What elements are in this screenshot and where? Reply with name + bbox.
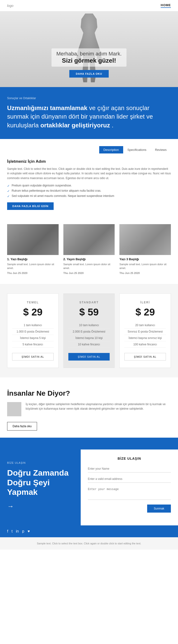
blog-image-1 [7, 224, 58, 255]
description-title: İşletmeniz İçin Adım [7, 159, 171, 164]
plan-button-standart[interactable]: ŞİMDİ SATIN AL [68, 353, 110, 360]
plan-price-ileri: $ 29 [124, 306, 166, 318]
check-icon-1: ✓ [7, 184, 10, 188]
plan-price-standart: $ 59 [68, 306, 110, 318]
testimonial-body: İş koçları, diğer işletme sahiplerinin h… [7, 402, 171, 416]
description-section: İşletmeniz İçin Adım Sample text. Click … [0, 159, 178, 224]
social-twitter-icon[interactable]: t [12, 529, 12, 534]
hero-tagline: Sizi görmek güzel! [56, 57, 122, 64]
testimonial-avatar [7, 402, 21, 416]
social-pinterest-icon[interactable]: p [22, 529, 24, 534]
navbar: logo HOME [0, 0, 178, 11]
social-dribbble-icon[interactable]: ♥ [28, 529, 30, 534]
plan-button-temel[interactable]: ŞİMDİ SATIN AL [12, 353, 54, 360]
plan-features-temel: 1 tam kullanıcı 1.000 E-posta Önizlemesi… [12, 322, 54, 348]
contact-name-input[interactable] [88, 465, 171, 472]
check-icon-2: ✓ [7, 189, 10, 193]
pricing-card-ileri: İLERİ $ 29 20 tam kullanıcı Sınırsız E-p… [120, 294, 171, 368]
plan-name-ileri: İLERİ [124, 301, 166, 304]
blog-title-2: 2. Yayın Başlığı [63, 257, 115, 261]
blue-partners-section: Sonuçlar ve Ortaklıklar Uzmanlığımızı ta… [0, 87, 178, 139]
pricing-section: TEMEL $ 29 1 tam kullanıcı 1.000 E-posta… [0, 284, 178, 378]
learn-more-button[interactable]: DAHA FAZLA BİLGİ EDİN [7, 202, 54, 210]
check-item-1: ✓ Pretium quam vulputate dignissim suspe… [7, 184, 171, 188]
plan-price-temel: $ 29 [12, 306, 54, 318]
blue-section-label: Sonuçlar ve Ortaklıklar [7, 96, 171, 100]
testimonial-section: İnsanlar Ne Diyor? İş koçları, diğer işl… [0, 378, 178, 438]
blog-image-3 [120, 224, 171, 255]
check-item-2: ✓ Rutrum tellus pellentesque eu tincidun… [7, 189, 171, 193]
blog-title-3: Yazı 3 Başlığı [120, 257, 171, 261]
contact-message-input[interactable] [88, 486, 171, 500]
blog-snippet-2: Sample small text. Lorem ipsum dolor sit… [63, 262, 115, 270]
nav-home-link[interactable]: HOME [161, 3, 171, 8]
tabs-bar: Description Specifications Reviews [7, 146, 171, 154]
social-instagram-icon[interactable]: in [16, 529, 19, 534]
hero-cta-button[interactable]: DAHA FAZLA OKU [69, 70, 109, 78]
contact-label: BİZE ULAŞIN [7, 461, 74, 464]
blog-snippet-1: Sample small text. Lorem ipsum dolor sit… [7, 262, 58, 270]
read-more-button[interactable]: Daha fazla oku [7, 422, 37, 430]
pricing-card-standart: STANDART $ 59 10 tam kullanıcı 2.000 E-p… [63, 294, 115, 368]
blog-date-3: Thu Jun 25 2020 [120, 272, 171, 274]
social-footer: f t in p ♥ [0, 526, 178, 537]
contact-section: BİZE ULAŞIN Doğru Zamanda Doğru Şeyi Yap… [0, 438, 178, 526]
blog-image-2 [63, 224, 115, 255]
pricing-grid: TEMEL $ 29 1 tam kullanıcı 1.000 E-posta… [7, 294, 171, 368]
blog-snippet-3: Sample small text. Lorem ipsum dolor sit… [120, 262, 171, 270]
contact-form-title: BİZE ULAŞIN [88, 456, 171, 460]
contact-title: Doğru Zamanda Doğru Şeyi Yapmak [7, 468, 74, 497]
check-list: ✓ Pretium quam vulputate dignissim suspe… [7, 184, 171, 198]
plan-features-ileri: 20 tam kullanıcı Sınırsız E-posta Önizle… [124, 322, 166, 348]
logo: logo [7, 4, 13, 8]
contact-left: BİZE ULAŞIN Doğru Zamanda Doğru Şeyi Yap… [0, 450, 81, 526]
contact-email-input[interactable] [88, 475, 171, 483]
check-item-3: ✓ Sed vulputate mi sit amet mauris commo… [7, 194, 171, 198]
hero-text-block: Merhaba, benim adım Mark. Sizi görmek gü… [52, 48, 126, 67]
tab-reviews[interactable]: Reviews [151, 146, 171, 154]
arrow-icon: → [7, 503, 74, 510]
check-icon-3: ✓ [7, 194, 10, 198]
testimonial-title: İnsanlar Ne Diyor? [7, 389, 171, 397]
blog-date-2: Thu Jun 25 2020 [63, 272, 115, 274]
blog-card-1: 1. Yazı Başlığı Sample small text. Lorem… [7, 224, 58, 274]
hero-section: Merhaba, benim adım Mark. Sizi görmek gü… [0, 11, 178, 87]
submit-button[interactable]: Sunmak [147, 504, 171, 512]
blog-title-1: 1. Yazı Başlığı [7, 257, 58, 261]
blog-grid: 1. Yazı Başlığı Sample small text. Lorem… [7, 224, 171, 274]
social-facebook-icon[interactable]: f [7, 529, 8, 534]
footer-text: Sample text. Click to select the text bo… [37, 542, 141, 545]
tabs-bar-container: Description Specifications Reviews [0, 139, 178, 154]
footer-bar: Sample text. Click to select the text bo… [0, 537, 178, 550]
plan-button-ileri[interactable]: ŞİMDİ SATIN AL [124, 353, 166, 360]
blog-date-1: Thu Jun 25 2020 [7, 272, 58, 274]
blog-card-2: 2. Yayın Başlığı Sample small text. Lore… [63, 224, 115, 274]
blog-card-3: Yazı 3 Başlığı Sample small text. Lorem … [120, 224, 171, 274]
testimonial-text: İş koçları, diğer işletme sahiplerinin h… [26, 402, 171, 411]
description-body: Sample text. Click to select the text bo… [7, 167, 171, 180]
contact-form: BİZE ULAŞIN Sunmak [81, 450, 178, 526]
tab-description[interactable]: Description [99, 146, 123, 154]
blue-section-text: Uzmanlığımızı tamamlamak ve çığır açan s… [7, 104, 171, 130]
blog-section: 1. Yazı Başlığı Sample small text. Lorem… [0, 224, 178, 284]
plan-name-temel: TEMEL [12, 301, 54, 304]
hero-greeting: Merhaba, benim adım Mark. [56, 51, 122, 57]
pricing-card-temel: TEMEL $ 29 1 tam kullanıcı 1.000 E-posta… [7, 294, 58, 368]
tab-specifications[interactable]: Specifications [123, 146, 151, 154]
plan-name-standart: STANDART [68, 301, 110, 304]
plan-features-standart: 10 tam kullanıcı 2.000 E-posta Önizlemes… [68, 322, 110, 348]
